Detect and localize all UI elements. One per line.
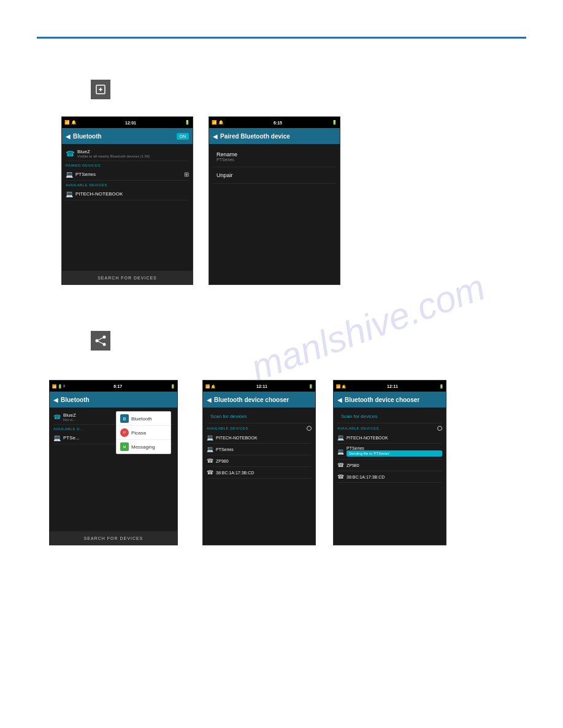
- available-section-5: AVAILABLE DEVICES: [337, 426, 442, 431]
- available-label-5: AVAILABLE DEVICES: [337, 427, 379, 430]
- back-arrow-4[interactable]: ◀: [207, 396, 212, 403]
- available-label-4: AVAILABLE DEVICES: [207, 427, 248, 430]
- screen4-zp980-name: ZP980: [216, 459, 229, 463]
- back-arrow-5[interactable]: ◀: [337, 396, 342, 403]
- svg-line-6: [98, 338, 103, 340]
- screen5-zp980-name: ZP980: [347, 463, 359, 468]
- time-4: 12:11: [256, 384, 267, 389]
- screen5-ptseries-name: PTSeries: [347, 446, 442, 450]
- titlebar-5: ◀ Bluetooth device chooser: [334, 392, 446, 408]
- share-bluetooth-item[interactable]: B Bluetooth: [117, 412, 170, 426]
- screen1-title: Bluetooth: [73, 133, 174, 140]
- share-picasa-item[interactable]: P Picasa: [117, 426, 170, 440]
- back-arrow-3[interactable]: ◀: [53, 396, 58, 403]
- screen4-pitech-item[interactable]: 💻 PITECH-NOTEBOOK: [207, 432, 312, 444]
- screen4-ptseries-name: PTSeries: [216, 447, 234, 452]
- screen1-bluetooth-settings: 📶 🔔 12:01 🔋 ◀ Bluetooth ON ☎ BlueZ Visib…: [61, 116, 193, 285]
- bluez-sub: Visible to all nearby Bluetooth devices …: [77, 154, 150, 158]
- bluez-name: BlueZ: [77, 149, 150, 154]
- status-bar-3: 📶🔋≡ 6:17 🔋: [50, 381, 177, 392]
- scan-devices-btn-5[interactable]: Scan for devices: [337, 410, 442, 423]
- screen2-content: Rename PTSeries Unpair: [209, 144, 340, 186]
- screen4-title: Bluetooth device chooser: [214, 396, 312, 403]
- screen4-zp980-item[interactable]: ☎ ZP980: [207, 455, 312, 467]
- available-section-label: AVAILABLE DEVICES: [66, 183, 189, 187]
- screen4-device-chooser: 📶🔔 12:11 🔋 ◀ Bluetooth device chooser Sc…: [202, 380, 316, 545]
- svg-point-5: [103, 343, 106, 346]
- screen3-bluez-sub: Not vi...: [63, 418, 76, 422]
- unpair-option[interactable]: Unpair: [213, 167, 336, 184]
- status-bar-5: 📶🔔 12:11 🔋: [334, 381, 446, 392]
- titlebar-1: ◀ Bluetooth ON: [62, 128, 193, 144]
- screen5-pitech-name: PITECH-NOTEBOOK: [347, 436, 388, 440]
- time-3: 6:17: [113, 384, 122, 389]
- rename-option[interactable]: Rename PTSeries: [213, 146, 336, 167]
- messaging-icon: M: [120, 442, 129, 451]
- pitech-notebook-item[interactable]: 💻 PITECH-NOTEBOOK: [66, 188, 189, 200]
- ptseries-paired-item[interactable]: 💻 PTSeries ⊞: [66, 169, 189, 181]
- bluez-device-item: ☎ BlueZ Visible to all nearby Bluetooth …: [66, 146, 189, 161]
- rename-sub: PTSeries: [216, 157, 332, 162]
- screen5-pitech-item[interactable]: 💻 PITECH-NOTEBOOK: [337, 432, 442, 444]
- search-btn-label-3: SEARCH FOR DEVICES: [84, 536, 144, 540]
- screen3-bluetooth-share: 📶🔋≡ 6:17 🔋 ◀ Bluetooth ☎ BlueZ Not vi...…: [49, 380, 178, 545]
- screen3-title: Bluetooth: [61, 396, 174, 403]
- time-1: 12:01: [125, 121, 136, 125]
- search-bar-3[interactable]: SEARCH FOR DEVICES: [50, 531, 177, 545]
- screen5-zp980-item[interactable]: ☎ ZP980: [337, 460, 442, 471]
- screen4-ptseries-item[interactable]: 💻 PTSeries: [207, 444, 312, 455]
- titlebar-2: ◀ Paired Bluetooth device: [209, 128, 340, 144]
- time-2: 6:15: [274, 121, 282, 125]
- screen4-content: Scan for devices AVAILABLE DEVICES 💻 PIT…: [203, 408, 315, 481]
- scan-devices-btn-4[interactable]: Scan for devices: [207, 410, 312, 423]
- bluetooth-toggle[interactable]: ON: [177, 133, 190, 140]
- rename-label: Rename: [216, 151, 332, 157]
- share-messaging-item[interactable]: M Messaging: [117, 440, 170, 453]
- picasa-icon: P: [120, 428, 129, 437]
- svg-line-7: [98, 341, 103, 344]
- screen5-device-chooser-sending: 📶🔔 12:11 🔋 ◀ Bluetooth device chooser Sc…: [333, 380, 446, 545]
- scan-label-4: Scan for devices: [210, 414, 247, 419]
- back-arrow-2[interactable]: ◀: [213, 133, 218, 140]
- status-bar-2: 📶 🔔 6:15 🔋: [209, 117, 340, 128]
- screen5-mac-name: 38:BC:1A:17:3B:CD: [347, 475, 385, 479]
- screen5-ptseries-item[interactable]: 💻 PTSeries Sending file to 'PTSeries': [337, 444, 442, 460]
- share-messaging-label: Messaging: [131, 444, 155, 450]
- search-btn-label-1: SEARCH FOR DEVICES: [98, 276, 157, 280]
- screen4-mac-item[interactable]: ☎ 38:BC:1A:17:3B:CD: [207, 467, 312, 479]
- search-bar-1[interactable]: SEARCH FOR DEVICES: [62, 271, 193, 284]
- screen2-title: Paired Bluetooth device: [220, 133, 336, 140]
- screen5-mac-item[interactable]: ☎ 38:BC:1A:17:3B:CD: [337, 471, 442, 483]
- section1-icon: [91, 80, 110, 99]
- paired-section-label: PAIRED DEVICES: [66, 164, 189, 167]
- ptseries-settings-icon[interactable]: ⊞: [184, 171, 189, 178]
- screen3-bluez-name: BlueZ: [63, 412, 76, 418]
- ptseries-name: PTSeries: [75, 172, 182, 177]
- share-bluetooth-label: Bluetooth: [131, 416, 152, 422]
- share-menu-overlay[interactable]: B Bluetooth P Picasa M Messaging: [116, 411, 171, 454]
- section2-icon: [91, 331, 110, 351]
- scan-indicator-4: [307, 426, 312, 431]
- sending-badge: Sending file to 'PTSeries': [347, 450, 442, 457]
- bluetooth-share-icon: B: [120, 414, 129, 423]
- top-border: [37, 37, 526, 39]
- screen4-mac-name: 38:BC:1A:17:3B:CD: [216, 471, 254, 475]
- scan-label-5: Scan for devices: [341, 414, 377, 419]
- screen3-ptse-name: PTSe...: [63, 435, 80, 441]
- back-arrow-1[interactable]: ◀: [66, 133, 71, 140]
- screen4-pitech-name: PITECH-NOTEBOOK: [216, 436, 258, 440]
- titlebar-4: ◀ Bluetooth device chooser: [203, 392, 315, 408]
- screen2-paired-bluetooth: 📶 🔔 6:15 🔋 ◀ Paired Bluetooth device Ren…: [209, 116, 340, 285]
- status-bar-1: 📶 🔔 12:01 🔋: [62, 117, 193, 128]
- time-5: 12:11: [387, 384, 398, 389]
- share-picasa-label: Picasa: [131, 430, 146, 436]
- screen5-title: Bluetooth device chooser: [345, 396, 442, 403]
- status-bar-4: 📶🔔 12:11 🔋: [203, 381, 315, 392]
- available-section-4: AVAILABLE DEVICES: [207, 426, 312, 431]
- scan-indicator-5: [437, 426, 442, 431]
- unpair-label: Unpair: [216, 172, 332, 178]
- pitech-notebook-name: PITECH-NOTEBOOK: [75, 191, 123, 197]
- titlebar-3: ◀ Bluetooth: [50, 392, 177, 408]
- screen1-content: ☎ BlueZ Visible to all nearby Bluetooth …: [62, 144, 193, 203]
- svg-point-4: [103, 336, 106, 339]
